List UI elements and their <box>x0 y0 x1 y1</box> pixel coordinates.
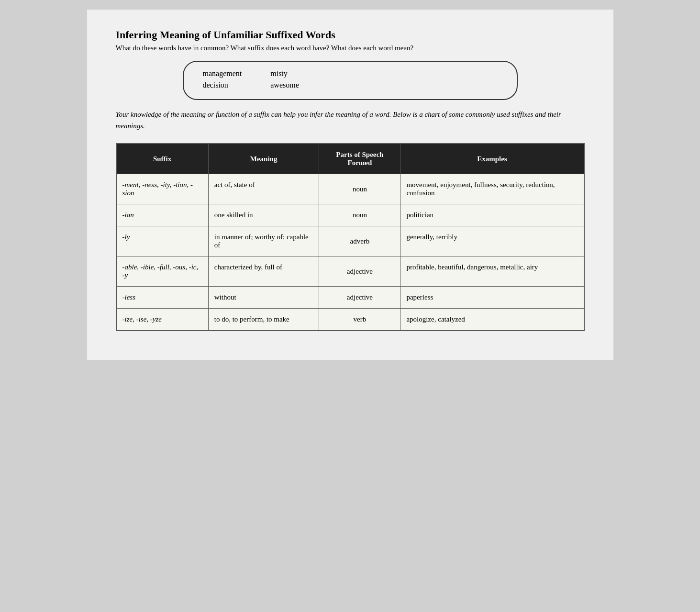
cell-suffix: -ment, -ness, -ity, -tion, -sion <box>116 174 209 204</box>
word-awesome: awesome <box>270 81 299 89</box>
cell-meaning: to do, to perform, to make <box>208 309 319 331</box>
cell-examples: apologize, catalyzed <box>400 309 584 331</box>
cell-pos: verb <box>319 309 400 331</box>
words-col-right: misty awesome <box>270 69 299 89</box>
page-title: Inferring Meaning of Unfamiliar Suffixed… <box>116 29 585 41</box>
word-management: management <box>203 69 242 78</box>
cell-suffix: -ly <box>116 226 209 256</box>
cell-suffix: -less <box>116 287 209 309</box>
table-row: -ize, -ise, -yzeto do, to perform, to ma… <box>116 309 584 331</box>
col-header-pos: Parts of Speech Formed <box>319 144 400 174</box>
col-header-suffix: Suffix <box>116 144 209 174</box>
table-row: -lyin manner of; worthy of; capable ofad… <box>116 226 584 256</box>
suffix-table: Suffix Meaning Parts of Speech Formed Ex… <box>116 143 585 331</box>
cell-pos: noun <box>319 204 400 226</box>
cell-examples: profitable, beautiful, dangerous, metall… <box>400 256 584 287</box>
col-header-meaning: Meaning <box>208 144 319 174</box>
page-subtitle: What do these words have in common? What… <box>116 44 585 52</box>
table-row: -able, -ible, -full, -ous, -ic, -ycharac… <box>116 256 584 287</box>
cell-examples: movement, enjoyment, fullness, security,… <box>400 174 584 204</box>
table-row: -ianone skilled innounpolitician <box>116 204 584 226</box>
words-box: management decision misty awesome <box>183 61 518 100</box>
words-col-left: management decision <box>203 69 242 89</box>
cell-examples: paperless <box>400 287 584 309</box>
cell-pos: adjective <box>319 287 400 309</box>
page: Inferring Meaning of Unfamiliar Suffixed… <box>87 10 613 360</box>
word-misty: misty <box>270 69 299 78</box>
cell-examples: politician <box>400 204 584 226</box>
cell-meaning: without <box>208 287 319 309</box>
cell-pos: noun <box>319 174 400 204</box>
word-decision: decision <box>203 81 242 89</box>
cell-pos: adverb <box>319 226 400 256</box>
cell-suffix: -ize, -ise, -yze <box>116 309 209 331</box>
cell-suffix: -ian <box>116 204 209 226</box>
cell-suffix: -able, -ible, -full, -ous, -ic, -y <box>116 256 209 287</box>
intro-text: Your knowledge of the meaning or functio… <box>116 109 585 132</box>
col-header-examples: Examples <box>400 144 584 174</box>
cell-meaning: in manner of; worthy of; capable of <box>208 226 319 256</box>
cell-examples: generally, terribly <box>400 226 584 256</box>
cell-meaning: act of, state of <box>208 174 319 204</box>
table-row: -lesswithoutadjectivepaperless <box>116 287 584 309</box>
cell-pos: adjective <box>319 256 400 287</box>
table-row: -ment, -ness, -ity, -tion, -sionact of, … <box>116 174 584 204</box>
cell-meaning: characterized by, full of <box>208 256 319 287</box>
cell-meaning: one skilled in <box>208 204 319 226</box>
